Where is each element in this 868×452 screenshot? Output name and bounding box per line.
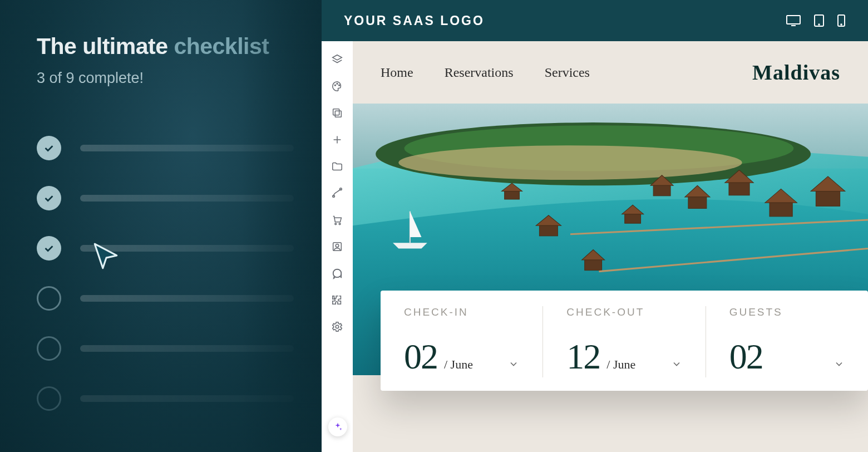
settings-icon[interactable] bbox=[331, 321, 343, 333]
checklist-title: The ultimate checklist bbox=[37, 33, 294, 60]
field-suffix: / June bbox=[444, 357, 473, 372]
checklist-item[interactable] bbox=[37, 386, 294, 411]
svg-point-5 bbox=[841, 24, 842, 25]
check-icon bbox=[37, 136, 61, 160]
checklist-item[interactable] bbox=[37, 186, 294, 210]
editor-topbar: YOUR SAAS LOGO bbox=[322, 0, 868, 41]
checklist-item-bar bbox=[80, 345, 294, 352]
svg-rect-43 bbox=[585, 260, 602, 271]
svg-rect-29 bbox=[688, 197, 707, 209]
unchecked-icon bbox=[37, 286, 61, 311]
checklist-item-bar bbox=[80, 145, 294, 151]
cart-icon[interactable] bbox=[331, 214, 343, 226]
folder-icon[interactable] bbox=[331, 160, 343, 173]
checklist-item[interactable] bbox=[37, 236, 294, 261]
site-brand: Maldivas bbox=[752, 60, 840, 85]
mobile-device-icon[interactable] bbox=[837, 14, 846, 27]
nav-link-home[interactable]: Home bbox=[381, 65, 413, 80]
checklist-item-bar bbox=[80, 295, 294, 302]
palette-icon[interactable] bbox=[331, 80, 343, 92]
checklist-item[interactable] bbox=[37, 336, 294, 361]
tablet-device-icon[interactable] bbox=[813, 14, 825, 27]
user-icon[interactable] bbox=[331, 240, 343, 253]
website-canvas[interactable]: Home Reservations Services Maldivas bbox=[353, 41, 868, 452]
svg-point-7 bbox=[334, 85, 336, 86]
nav-link-reservations[interactable]: Reservations bbox=[445, 65, 514, 80]
site-nav: Home Reservations Services Maldivas bbox=[353, 41, 868, 104]
editor-area: YOUR SAAS LOGO bbox=[322, 0, 868, 452]
field-value: 02 bbox=[404, 336, 437, 377]
svg-point-20 bbox=[336, 325, 339, 328]
svg-point-25 bbox=[398, 145, 742, 180]
svg-rect-39 bbox=[539, 225, 558, 236]
workspace: Home Reservations Services Maldivas bbox=[322, 41, 868, 452]
puzzle-icon[interactable] bbox=[331, 294, 343, 306]
checklist-list bbox=[37, 136, 294, 411]
checklist-item-bar bbox=[80, 245, 294, 252]
field-label: CHECK-OUT bbox=[566, 306, 682, 318]
svg-marker-6 bbox=[332, 55, 342, 60]
chevron-down-icon[interactable] bbox=[671, 358, 682, 370]
checklist-item-bar bbox=[80, 195, 294, 202]
svg-point-17 bbox=[339, 223, 341, 225]
svg-rect-27 bbox=[653, 185, 670, 196]
nav-link-services[interactable]: Services bbox=[545, 65, 590, 80]
svg-rect-10 bbox=[335, 111, 341, 117]
svg-rect-31 bbox=[729, 183, 749, 195]
saas-logo: YOUR SAAS LOGO bbox=[344, 13, 485, 28]
field-label: CHECK-IN bbox=[404, 306, 519, 318]
editor-icon-rail bbox=[322, 41, 353, 452]
checkin-field[interactable]: CHECK-IN 02 / June bbox=[381, 306, 543, 377]
checklist-item[interactable] bbox=[37, 136, 294, 160]
svg-point-8 bbox=[337, 83, 338, 85]
checklist-progress: 3 of 9 complete! bbox=[37, 70, 294, 87]
sparkle-fab[interactable] bbox=[328, 417, 347, 436]
vector-icon[interactable] bbox=[331, 187, 343, 199]
svg-point-3 bbox=[818, 24, 820, 25]
svg-point-16 bbox=[334, 223, 336, 225]
unchecked-icon bbox=[37, 386, 61, 411]
field-label: GUESTS bbox=[729, 306, 845, 318]
check-icon bbox=[37, 186, 61, 210]
svg-rect-11 bbox=[333, 109, 339, 115]
field-suffix: / June bbox=[606, 357, 635, 372]
svg-rect-0 bbox=[787, 16, 800, 24]
field-value: 12 bbox=[566, 336, 600, 377]
guests-field[interactable]: GUESTS 02 bbox=[706, 306, 868, 377]
check-icon bbox=[37, 236, 61, 261]
checklist-item-bar bbox=[80, 395, 294, 402]
checklist-item[interactable] bbox=[37, 286, 294, 311]
checkout-field[interactable]: CHECK-OUT 12 / June bbox=[543, 306, 706, 377]
svg-rect-35 bbox=[816, 191, 840, 207]
layers-icon[interactable] bbox=[331, 53, 343, 66]
chevron-down-icon[interactable] bbox=[508, 358, 519, 370]
copy-icon[interactable] bbox=[331, 107, 343, 119]
checklist-panel: The ultimate checklist 3 of 9 complete! bbox=[0, 0, 322, 452]
booking-card: CHECK-IN 02 / June CHECK-OUT 12 / June bbox=[381, 291, 868, 391]
field-value: 02 bbox=[729, 336, 763, 377]
svg-point-19 bbox=[336, 244, 339, 247]
svg-rect-33 bbox=[770, 203, 792, 217]
svg-point-9 bbox=[338, 85, 339, 86]
plus-icon[interactable] bbox=[331, 134, 343, 146]
svg-rect-37 bbox=[625, 214, 641, 223]
chat-icon[interactable] bbox=[331, 267, 343, 279]
desktop-device-icon[interactable] bbox=[786, 14, 801, 27]
chevron-down-icon[interactable] bbox=[834, 358, 845, 370]
svg-rect-41 bbox=[505, 191, 520, 199]
unchecked-icon bbox=[37, 336, 61, 361]
